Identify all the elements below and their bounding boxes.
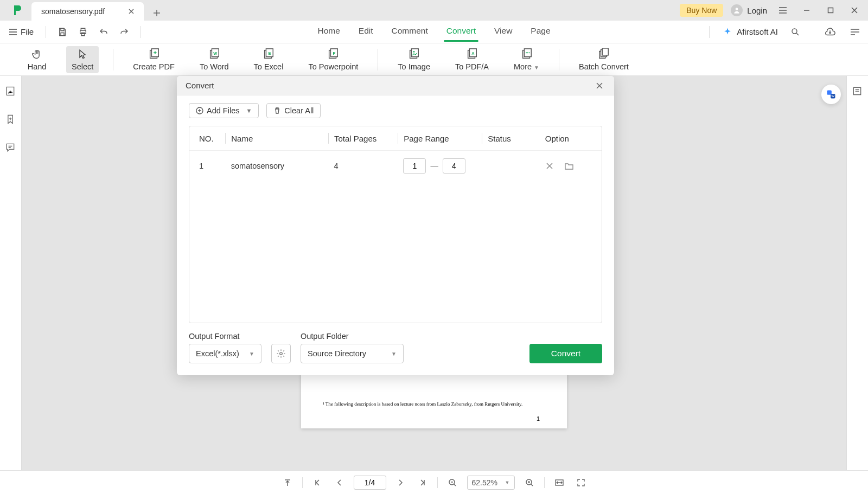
- cloud-icon[interactable]: [822, 24, 838, 40]
- hamburger-icon[interactable]: [775, 2, 791, 18]
- col-total: Total Pages: [334, 133, 392, 144]
- login-label: Login: [747, 6, 767, 15]
- close-icon[interactable]: [593, 80, 605, 92]
- nav-convert[interactable]: Convert: [444, 22, 478, 42]
- quick-convert-chip[interactable]: W: [821, 85, 841, 104]
- hand-icon: [31, 48, 43, 60]
- nav-view[interactable]: View: [492, 22, 514, 42]
- svg-text:W: W: [213, 50, 217, 55]
- tab-document[interactable]: somatosensory.pdf: [31, 2, 144, 21]
- buy-now-button[interactable]: Buy Now: [680, 4, 723, 17]
- svg-point-34: [280, 352, 283, 355]
- output-format-select[interactable]: Excel(*.xlsx) ▼: [189, 344, 261, 363]
- modal-toolbar: Add Files ▼ Clear All: [177, 95, 614, 124]
- nav-edit[interactable]: Edit: [356, 22, 375, 42]
- ribbon-hand[interactable]: Hand: [22, 46, 52, 73]
- ribbon-to-image[interactable]: To Image: [392, 46, 436, 73]
- open-folder-icon[interactable]: [564, 161, 574, 171]
- table-header: NO. Name Total Pages Page Range Status O…: [189, 126, 602, 151]
- comments-icon[interactable]: [5, 142, 17, 154]
- print-icon[interactable]: [75, 24, 91, 40]
- close-icon[interactable]: [126, 7, 136, 16]
- output-settings-button[interactable]: [271, 344, 291, 363]
- search-icon[interactable]: [788, 24, 803, 40]
- login-button[interactable]: Login: [731, 4, 767, 16]
- titlebar: somatosensory.pdf Buy Now Login: [0, 0, 868, 21]
- separator: [559, 49, 559, 70]
- panel-toggle-icon[interactable]: [847, 24, 863, 40]
- statusbar: 62.52% ▼: [0, 470, 868, 494]
- output-folder-label: Output Folder: [301, 332, 404, 341]
- ribbon-to-pdfa[interactable]: A To PDF/A: [450, 46, 494, 73]
- ribbon-to-excel[interactable]: E To Excel: [248, 46, 289, 73]
- new-tab-button[interactable]: [149, 5, 164, 21]
- save-icon[interactable]: [55, 24, 70, 40]
- nav-page[interactable]: Page: [528, 22, 552, 42]
- maximize-icon[interactable]: [822, 2, 839, 18]
- add-files-button[interactable]: Add Files ▼: [189, 103, 259, 118]
- output-format-value: Excel(*.xlsx): [196, 349, 239, 358]
- file-menu[interactable]: File: [5, 25, 37, 39]
- zoom-select[interactable]: 62.52% ▼: [467, 476, 515, 490]
- minimize-icon[interactable]: [799, 2, 815, 18]
- page-input[interactable]: [354, 476, 386, 490]
- svg-point-0: [736, 8, 738, 10]
- page-range-from[interactable]: [403, 158, 426, 174]
- ribbon-label: To Image: [398, 62, 430, 71]
- ribbon: Hand Select Create PDF W To Word E To Ex…: [0, 43, 868, 76]
- ribbon-label: Hand: [28, 62, 47, 71]
- separator: [709, 26, 710, 38]
- ai-button[interactable]: Afirstsoft AI: [723, 27, 778, 37]
- scroll-top-icon[interactable]: [280, 476, 295, 490]
- last-page-icon[interactable]: [416, 476, 430, 490]
- cursor-icon: [76, 48, 88, 60]
- nav-comment[interactable]: Comment: [390, 22, 430, 42]
- undo-icon[interactable]: [96, 24, 111, 40]
- ribbon-batch-convert[interactable]: Batch Convert: [573, 46, 634, 73]
- modal-header: Convert: [177, 76, 614, 95]
- output-folder-select[interactable]: Source Directory ▼: [301, 344, 404, 363]
- nav-tabs: Home Edit Comment Convert View Page: [315, 22, 552, 42]
- clear-all-button[interactable]: Clear All: [266, 103, 321, 118]
- image-icon: [408, 48, 420, 60]
- nav-home[interactable]: Home: [315, 22, 342, 42]
- document-footnote: ¹ The following description is based on …: [323, 401, 545, 407]
- more-icon: [521, 48, 533, 60]
- redo-icon[interactable]: [117, 24, 132, 40]
- ribbon-label: Create PDF: [133, 62, 175, 71]
- zoom-in-icon[interactable]: [522, 476, 537, 490]
- zoom-out-icon[interactable]: [445, 476, 459, 490]
- bookmarks-icon[interactable]: [5, 114, 17, 126]
- fit-page-icon[interactable]: [574, 476, 588, 490]
- separator: [378, 49, 378, 70]
- ribbon-select[interactable]: Select: [66, 46, 99, 73]
- svg-point-22: [526, 52, 527, 53]
- ribbon-create-pdf[interactable]: Create PDF: [127, 46, 180, 73]
- ribbon-to-word[interactable]: W To Word: [194, 46, 234, 73]
- ribbon-label: Batch Convert: [579, 62, 629, 71]
- modal-footer: Output Format Excel(*.xlsx) ▼ Output Fol…: [177, 323, 614, 375]
- titlebar-right: Buy Now Login: [680, 2, 868, 18]
- convert-button[interactable]: Convert: [529, 344, 602, 363]
- ribbon-label: Select: [72, 62, 93, 71]
- prev-page-icon[interactable]: [332, 476, 346, 490]
- thumbnails-icon[interactable]: [5, 86, 17, 98]
- ribbon-label: To Word: [200, 62, 229, 71]
- first-page-icon[interactable]: [310, 476, 324, 490]
- pdfa-icon: A: [466, 48, 478, 60]
- cell-option: [545, 161, 592, 171]
- properties-icon[interactable]: [852, 86, 864, 98]
- range-dash: —: [430, 162, 438, 170]
- ribbon-more[interactable]: More ▼: [508, 46, 545, 73]
- left-rail: [0, 76, 22, 470]
- chevron-down-icon: ▼: [249, 351, 254, 357]
- window-close-icon[interactable]: [846, 2, 863, 18]
- page-range-to[interactable]: [443, 158, 465, 174]
- powerpoint-icon: P: [327, 48, 339, 60]
- remove-row-icon[interactable]: [545, 161, 554, 171]
- output-folder-value: Source Directory: [308, 349, 366, 358]
- next-page-icon[interactable]: [394, 476, 408, 490]
- separator: [141, 26, 141, 38]
- fit-width-icon[interactable]: [552, 476, 566, 490]
- ribbon-to-powerpoint[interactable]: P To Powerpoint: [303, 46, 363, 73]
